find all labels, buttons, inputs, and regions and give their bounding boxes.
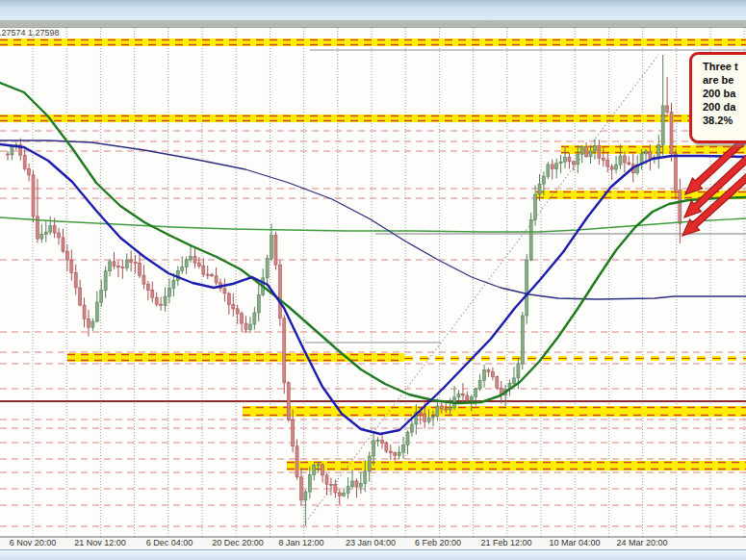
window-bottom-bar — [0, 549, 746, 560]
x-axis-label: 20 Dec 20:00 — [212, 538, 264, 547]
annotation-line: Three t — [703, 60, 746, 73]
price-quote-label: 1.27574 1.27598 — [0, 28, 60, 38]
x-axis-label: 8 Jan 12:00 — [278, 538, 323, 547]
window-top-bar — [0, 0, 746, 21]
annotation-line: 38.2% — [703, 114, 746, 127]
x-axis-label: 6 Nov 20:00 — [10, 538, 57, 547]
candlestick-chart[interactable]: 6 Nov 20:0021 Nov 12:006 Dec 04:0020 Dec… — [0, 0, 746, 560]
x-axis-label: 21 Nov 12:00 — [74, 538, 126, 547]
x-axis-label: 24 Mar 20:00 — [616, 538, 667, 547]
x-axis-label: 6 Dec 04:00 — [146, 538, 193, 547]
x-axis-label: 6 Feb 20:00 — [415, 538, 461, 547]
trading-chart-window: { "window": { "top_bar": "", "price_quot… — [0, 0, 746, 560]
window-frame-strip — [0, 20, 746, 28]
x-axis-label: 10 Mar 04:00 — [549, 538, 600, 547]
annotation-line: 200 ba — [703, 87, 746, 100]
annotation-callout: Three t are be 200 ba 200 da 38.2% — [689, 52, 746, 143]
annotation-line: are be — [703, 73, 746, 87]
annotation-line: 200 da — [703, 100, 746, 114]
x-axis-label: 21 Feb 12:00 — [480, 538, 531, 547]
x-axis-label: 23 Jan 04:00 — [346, 538, 396, 547]
